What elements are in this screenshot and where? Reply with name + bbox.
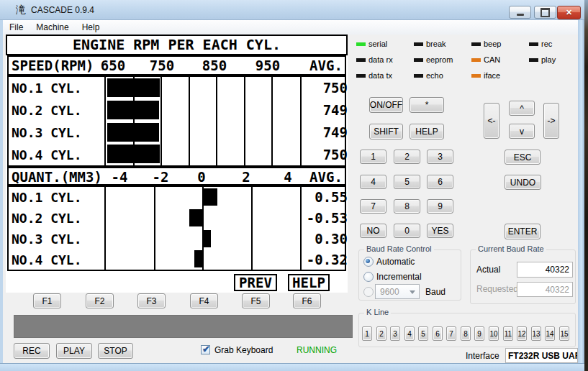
grab-keyboard-label: Grab Keyboard: [214, 345, 273, 355]
minimize-icon: [517, 14, 524, 16]
keypad-right-button[interactable]: ->: [543, 103, 559, 139]
chart-header-label: SPEED(RPM): [12, 58, 94, 73]
keypad-star-button[interactable]: *: [410, 97, 444, 113]
cylinder-row-label: NO.1 CYL.: [12, 81, 82, 96]
rec-led: [529, 42, 538, 46]
k-line-2-button[interactable]: 2: [376, 326, 386, 341]
display-title: ENGINE RPM PER EACH CYL.: [6, 35, 348, 55]
window-border-left: [0, 20, 3, 363]
menu-file[interactable]: File: [3, 21, 30, 34]
keypad-shift-button[interactable]: SHIFT: [369, 124, 403, 139]
k-line-11-button[interactable]: 11: [503, 326, 513, 341]
keypad-help-button[interactable]: HELP: [410, 124, 444, 139]
keypad-key-5-button[interactable]: 5: [394, 175, 420, 189]
k-line-13-button[interactable]: 13: [531, 326, 541, 341]
radio-incremental-label[interactable]: Incremental: [376, 272, 422, 282]
keypad-left-button[interactable]: <-: [484, 103, 499, 139]
avg-value: 749: [302, 102, 348, 118]
keypad-key-1-button[interactable]: 1: [360, 150, 386, 164]
prev-button[interactable]: PREV: [234, 274, 277, 291]
plot-gridline: [271, 77, 273, 165]
play-led-label: play: [541, 55, 556, 64]
data-tx-led: [356, 74, 366, 78]
eeprom-led: [414, 58, 423, 62]
rpm-chart-table: NO.1 CYL.750NO.2 CYL.749NO.3 CYL.749NO.4…: [7, 75, 346, 167]
keypad-key-no-button[interactable]: NO: [360, 224, 386, 238]
keypad-key-6-button[interactable]: 6: [427, 175, 453, 189]
keypad-key-7-button[interactable]: 7: [360, 199, 386, 214]
iface-led: [471, 74, 481, 78]
function-key-f1-button[interactable]: F1: [33, 293, 61, 308]
chevron-down-icon: [410, 290, 415, 294]
echo-led: [414, 74, 423, 78]
actual-baud-field[interactable]: 40322: [517, 262, 573, 278]
k-line-6-button[interactable]: 6: [433, 326, 443, 341]
keypad-enter-button[interactable]: ENTER: [505, 224, 540, 239]
function-key-f3-button[interactable]: F3: [137, 293, 166, 308]
keypad-key-4-button[interactable]: 4: [360, 175, 386, 189]
minimize-button[interactable]: [509, 6, 531, 19]
keypad-onoff-button[interactable]: ON/OFF: [369, 97, 403, 113]
keypad-key-2-button[interactable]: 2: [394, 150, 420, 164]
radio-automatic[interactable]: [363, 257, 374, 267]
requested-label: Requested: [476, 284, 518, 294]
k-line-10-button[interactable]: 10: [489, 326, 499, 341]
play-button[interactable]: PLAY: [56, 343, 92, 359]
current-baud-rate-title: Current Baud Rate: [476, 244, 546, 253]
function-key-f4-button[interactable]: F4: [190, 293, 218, 308]
k-line-4-button[interactable]: 4: [404, 326, 415, 341]
k-line-12-button[interactable]: 12: [517, 326, 527, 341]
close-button[interactable]: ✕: [557, 6, 581, 19]
k-line-7-button[interactable]: 7: [446, 326, 456, 341]
axis-tick-label: -4: [112, 169, 128, 185]
k-line-9-button[interactable]: 9: [474, 326, 484, 341]
radio-automatic-label[interactable]: Automatic: [376, 257, 415, 267]
progress-bar: [14, 315, 353, 338]
iface-led-label: iface: [484, 71, 500, 80]
keypad-esc-button[interactable]: ESC: [505, 150, 540, 165]
function-key-f6-button[interactable]: F6: [293, 293, 321, 308]
k-line-15-button[interactable]: 15: [559, 326, 569, 341]
keypad-key-yes-button[interactable]: YES: [427, 224, 453, 238]
avg-value: 750: [302, 147, 348, 162]
k-line-5-button[interactable]: 5: [418, 326, 428, 341]
function-key-f5-button[interactable]: F5: [242, 293, 270, 308]
menu-machine[interactable]: Machine: [30, 21, 75, 34]
cylinder-row-label: NO.4 CYL.: [12, 252, 82, 267]
keypad-key-0-button[interactable]: 0: [394, 224, 420, 238]
avg-value: -0.53: [302, 210, 348, 226]
cylinder-row-label: NO.3 CYL.: [12, 232, 82, 247]
keypad-down-button[interactable]: v: [509, 124, 535, 139]
menu-help[interactable]: Help: [76, 21, 107, 34]
rec-button[interactable]: REC: [14, 343, 50, 359]
radio-fixed-baud: [363, 287, 374, 297]
k-line-3-button[interactable]: 3: [390, 326, 400, 341]
k-line-1-button[interactable]: 1: [362, 326, 372, 341]
play-led: [529, 58, 538, 62]
axis-tick-label: 2: [242, 169, 250, 185]
maximize-button[interactable]: [534, 6, 556, 19]
keypad-key-8-button[interactable]: 8: [394, 199, 420, 214]
avg-value: 749: [302, 124, 348, 140]
keypad-up-button[interactable]: ^: [509, 101, 535, 116]
axis-tick-label: 950: [255, 58, 280, 73]
title-bar[interactable]: 滝 CASCADE 0.9.4 ✕: [0, 0, 584, 20]
window-title: CASCADE 0.9.4: [31, 5, 94, 15]
keypad-undo-button[interactable]: UNDO: [505, 175, 541, 190]
help-display-button[interactable]: HELP: [288, 274, 330, 291]
k-line-8-button[interactable]: 8: [461, 326, 471, 341]
plot-gridline: [244, 77, 245, 165]
radio-incremental[interactable]: [363, 272, 374, 282]
stop-button[interactable]: STOP: [98, 343, 133, 359]
keypad-key-9-button[interactable]: 9: [427, 199, 453, 214]
quant-chart-header: QUANT.(MM3)-4-2024AVG.: [7, 167, 346, 186]
avg-value: 750: [302, 80, 348, 96]
grab-keyboard-checkbox[interactable]: ✔: [201, 345, 210, 354]
k-line-14-button[interactable]: 14: [545, 326, 555, 341]
function-key-f2-button[interactable]: F2: [86, 293, 114, 308]
menu-bar: File Machine Help: [3, 20, 578, 35]
plot-gridline: [216, 77, 217, 165]
keypad-key-3-button[interactable]: 3: [427, 150, 453, 164]
value-bar: [107, 123, 159, 142]
serial-led: [356, 42, 366, 46]
